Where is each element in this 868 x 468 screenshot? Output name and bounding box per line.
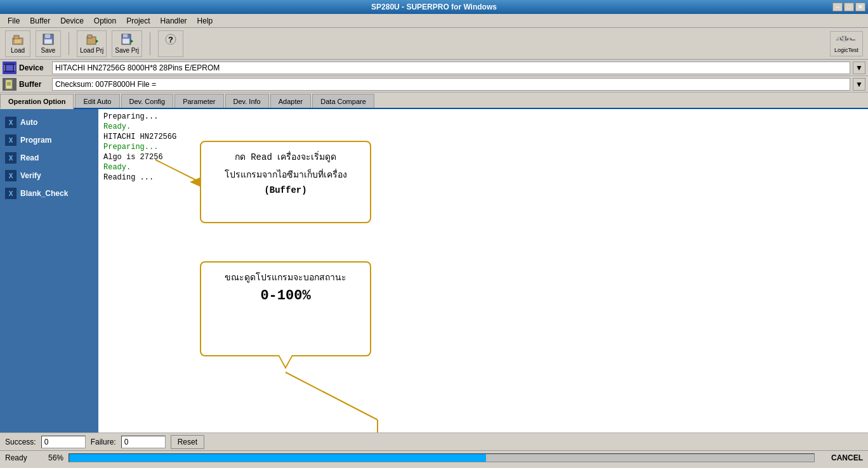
load-prj-button[interactable]: Load Prj xyxy=(77,30,107,57)
title-bar: SP280U - SUPERPRO for Windows ─ □ ✕ xyxy=(0,0,868,14)
svg-rect-1 xyxy=(14,36,19,39)
save-prj-label: Save Prj xyxy=(115,47,139,54)
auto-icon: X xyxy=(5,117,16,128)
buffer-row: Buffer Checksum: 007F8000H File = ▼ xyxy=(0,76,868,93)
tab-parameter[interactable]: Parameter xyxy=(174,94,223,108)
window-title: SP280U - SUPERPRO for Windows xyxy=(371,3,497,11)
svg-rect-4 xyxy=(45,34,50,38)
svg-marker-12 xyxy=(131,39,133,43)
tab-dev-config[interactable]: Dev. Config xyxy=(121,94,174,108)
device-chip-icon xyxy=(4,63,15,73)
annotation2-bold: 0-100% xyxy=(211,288,360,304)
menu-help[interactable]: Help xyxy=(192,15,218,27)
svg-rect-5 xyxy=(44,39,52,44)
menu-handler[interactable]: Handler xyxy=(155,15,192,27)
svg-rect-16 xyxy=(838,37,841,40)
device-value: HITACHI HN27256G 8000H*8 28Pins E/EPROM xyxy=(52,62,850,74)
annotation1-line1: กด Read เครื่องจะเริ่มดูด xyxy=(211,150,360,164)
buffer-icon[interactable] xyxy=(3,78,16,91)
menu-project[interactable]: Project xyxy=(121,15,155,27)
reset-button[interactable]: Reset xyxy=(171,435,204,449)
menu-device[interactable]: Device xyxy=(55,15,89,27)
annotation2-line1: ขณะดูดโปรแกรมจะบอกสถานะ xyxy=(211,270,360,284)
close-button[interactable]: ✕ xyxy=(855,3,865,11)
tab-adapter[interactable]: Adapter xyxy=(270,94,312,108)
save-button[interactable]: Save xyxy=(36,30,61,57)
verify-icon: X xyxy=(5,170,16,181)
sidebar-item-blank-check[interactable]: X Blank_Check xyxy=(0,185,98,202)
progress-bar-fill xyxy=(69,454,486,462)
ready-text: Ready xyxy=(5,453,43,462)
annotation-box-2: ขณะดูดโปรแกรมจะบอกสถานะ 0-100% xyxy=(200,261,371,356)
svg-rect-7 xyxy=(88,35,92,38)
annotation1-line2: โปรแกรมจากไอซีมาเก็บที่เครื่อง xyxy=(211,167,360,181)
progress-section: 56% xyxy=(48,453,815,462)
sidebar-item-auto[interactable]: X Auto xyxy=(0,114,98,131)
svg-rect-15 xyxy=(836,36,857,46)
program-label: Program xyxy=(20,136,51,145)
toolbar: Load Save Load Prj Save Prj ? ? xyxy=(0,28,868,60)
log-line-0: Preparing... xyxy=(103,112,863,122)
cancel-button[interactable]: CANCEL xyxy=(825,453,863,462)
device-dropdown[interactable]: ▼ xyxy=(853,62,865,74)
bottom-row: Success: Failure: Reset xyxy=(0,432,868,450)
load-prj-label: Load Prj xyxy=(80,47,103,54)
device-row: Device HITACHI HN27256G 8000H*8 28Pins E… xyxy=(0,60,868,76)
tab-dev-info[interactable]: Dev. Info xyxy=(225,94,269,108)
tab-edit-auto[interactable]: Edit Auto xyxy=(75,94,119,108)
failure-input[interactable] xyxy=(121,436,166,448)
help-icon: ? xyxy=(164,33,177,46)
success-input[interactable] xyxy=(41,436,86,448)
help-button[interactable]: ? ? xyxy=(158,30,183,57)
progress-bar-container xyxy=(69,453,815,462)
load-prj-icon xyxy=(86,33,98,46)
menu-file[interactable]: File xyxy=(3,15,25,27)
svg-rect-36 xyxy=(6,80,12,89)
logic-test-button[interactable]: LogicTest xyxy=(830,31,863,56)
log-area: Preparing... Ready. HITACHI HN27256G Pre… xyxy=(98,109,868,432)
load-icon xyxy=(11,33,24,46)
maximize-button[interactable]: □ xyxy=(844,3,854,11)
save-label: Save xyxy=(41,47,56,54)
tab-data-compare[interactable]: Data Compare xyxy=(312,94,374,108)
logic-test-icon xyxy=(836,34,857,47)
svg-rect-2 xyxy=(15,39,21,43)
menu-buffer[interactable]: Buffer xyxy=(25,15,55,27)
sidebar: X Auto X Program X Read X Verify X Blank… xyxy=(0,109,98,432)
tab-operation-option[interactable]: Operation Option xyxy=(0,94,74,109)
program-icon: X xyxy=(5,134,16,146)
buffer-label: Buffer xyxy=(19,80,49,89)
buffer-dropdown[interactable]: ▼ xyxy=(853,78,865,91)
svg-rect-29 xyxy=(6,65,13,70)
buffer-file-icon xyxy=(4,79,15,89)
auto-label: Auto xyxy=(20,118,37,127)
buffer-value: Checksum: 007F8000H File = xyxy=(52,78,850,91)
save-prj-button[interactable]: Save Prj xyxy=(112,30,142,57)
sidebar-item-program[interactable]: X Program xyxy=(0,132,98,148)
log-line-1: Ready. xyxy=(103,122,863,132)
sidebar-item-read[interactable]: X Read xyxy=(0,150,98,166)
save-prj-icon xyxy=(121,33,133,46)
svg-marker-8 xyxy=(96,39,98,43)
annotation1-line3: (Buffer) xyxy=(211,185,360,195)
device-icon[interactable] xyxy=(3,62,16,74)
success-label: Success: xyxy=(5,438,36,446)
toolbar-separator-1 xyxy=(69,32,69,55)
verify-label: Verify xyxy=(20,171,41,180)
menu-option[interactable]: Option xyxy=(89,15,121,27)
title-controls: ─ □ ✕ xyxy=(832,3,865,11)
sidebar-item-verify[interactable]: X Verify xyxy=(0,167,98,184)
svg-rect-10 xyxy=(123,34,128,37)
blank-check-icon: X xyxy=(5,188,16,199)
minimize-button[interactable]: ─ xyxy=(832,3,843,11)
status-bar: Ready 56% CANCEL xyxy=(0,450,868,464)
save-icon xyxy=(42,33,55,46)
svg-rect-17 xyxy=(843,36,846,41)
blank-check-label: Blank_Check xyxy=(20,189,68,198)
menu-bar: File Buffer Device Option Project Handle… xyxy=(0,14,868,28)
svg-text:?: ? xyxy=(168,35,173,44)
logic-test-label: LogicTest xyxy=(834,47,858,53)
load-button[interactable]: Load xyxy=(5,30,30,57)
svg-rect-18 xyxy=(848,38,851,40)
device-label: Device xyxy=(19,63,49,72)
